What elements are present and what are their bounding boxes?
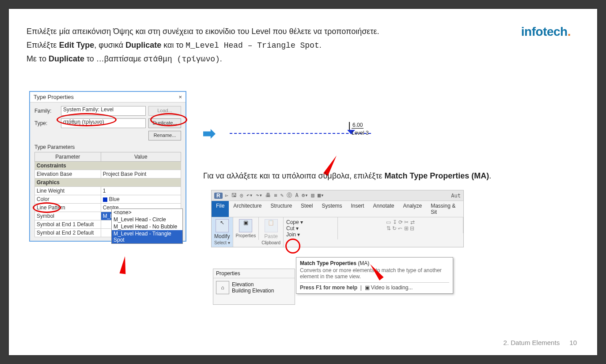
intro-l3: Με το Duplicate το …βαπτίσαμε στάθμη (τρ… [27, 52, 579, 66]
logo: infotech. [521, 25, 571, 39]
tab-massing[interactable]: Massing & Sit [426, 201, 463, 217]
type-selector[interactable]: Elevation Building Elevation [232, 281, 274, 294]
footer-page: 10 [569, 339, 577, 346]
paste-icon[interactable]: 📋 [265, 219, 278, 232]
panel-select: ↖ Modify Select ▾ [212, 217, 233, 247]
cursor-icon[interactable]: ↖ [216, 219, 229, 232]
caption-match-type: Για να αλλάξετε και τα υπόλοιπα σύμβολα,… [203, 171, 491, 181]
qat-right: Aut [451, 193, 461, 199]
modify-button[interactable]: Modify [214, 233, 230, 239]
quick-access-toolbar: R ▻ 🖫 ◎ ↶▾ ↷▾ 🖶 ≡ ✎ ⓪ A ⚙▾ ▤ ▦▾ Aut [212, 190, 463, 201]
cope-button[interactable]: Cope ▾ [286, 219, 335, 225]
panel-clipboard: 📋 Paste Clipboard [259, 217, 284, 247]
footer-section: 2. Datum Elements [504, 339, 560, 346]
group-graphics: Graphics [35, 178, 181, 187]
col-parameter: Parameter [35, 152, 101, 162]
slide-footer: 2. Datum Elements 10 [504, 339, 577, 346]
logo-dot: . [568, 25, 571, 38]
logo-brand: infotech [521, 25, 568, 38]
panel-geometry: Cope ▾ Cut ▾ Join ▾ [284, 217, 338, 239]
red-arrow-icon [120, 256, 128, 274]
load-button[interactable]: Load... [148, 106, 181, 116]
family-combo[interactable]: System Family: Level [61, 106, 146, 116]
type-combo[interactable]: στάθμη (τρίγωνο) [61, 118, 146, 128]
properties-title: Properties [213, 269, 295, 278]
revit-logo-icon: R [214, 193, 223, 199]
level-name: Level 3 [352, 130, 369, 136]
tab-file[interactable]: File [212, 201, 229, 217]
ribbon-panels: ↖ Modify Select ▾ ▣ Properties 📋 Paste C… [212, 217, 463, 247]
group-constraints: Constraints [35, 162, 181, 170]
slide: infotech. Επιλέξτε μία απεικόνιση Όψης κ… [9, 9, 597, 355]
rename-button[interactable]: Rename... [148, 131, 181, 140]
family-label: Family: [34, 108, 61, 114]
tab-structure[interactable]: Structure [266, 201, 296, 217]
tab-systems[interactable]: Systems [317, 201, 346, 217]
intro-l1: Επιλέξτε μία απεικόνιση Όψης και στη συν… [27, 25, 579, 38]
modify-tool-icons[interactable]: ▭ ↧ ⟳ ✂ ⇄⇅ ↻ ⤺ ⊞ ⊟ [341, 219, 460, 231]
cut-button[interactable]: Cut ▾ [286, 225, 335, 231]
duplicate-button[interactable]: Duplicate... [148, 118, 181, 128]
color-swatch-icon [103, 197, 107, 202]
dd-nobubble[interactable]: M_Level Head - No Bubble [112, 223, 182, 230]
dd-trianglespot[interactable]: M_Level Head - Triangle Spot [112, 230, 182, 243]
properties-icon[interactable]: ▣ [239, 219, 252, 232]
dd-circle[interactable]: M_Level Head - Circle [112, 216, 182, 223]
match-type-tooltip: Match Type Properties (MA) Converts one … [296, 257, 453, 294]
close-icon[interactable]: × [178, 94, 182, 100]
dialog-titlebar: Type Properties × [30, 92, 186, 102]
symbol-param: Symbol [35, 212, 101, 220]
revit-ribbon: R ▻ 🖫 ◎ ↶▾ ↷▾ 🖶 ≡ ✎ ⓪ A ⚙▾ ▤ ▦▾ Aut File… [211, 190, 464, 247]
video-icon: ▣ [365, 284, 370, 291]
level-sketch: 6.00 Level 3 [203, 122, 375, 162]
intro-text: Επιλέξτε μία απεικόνιση Όψης και στη συν… [27, 25, 579, 66]
tab-steel[interactable]: Steel [296, 201, 317, 217]
tab-insert[interactable]: Insert [346, 201, 368, 217]
type-label: Type: [34, 120, 61, 126]
tab-analyze[interactable]: Analyze [399, 201, 427, 217]
level-value: 6.00 [352, 122, 364, 129]
level-tick [349, 122, 350, 130]
symbol-dropdown[interactable]: <none> M_Level Head - Circle M_Level Hea… [111, 209, 183, 244]
blue-arrow-icon [203, 129, 216, 139]
join-button[interactable]: Join ▾ [286, 231, 335, 238]
elevation-type-icon[interactable]: ⌂ [216, 281, 229, 294]
tab-annotate[interactable]: Annotate [368, 201, 398, 217]
ribbon-tabs: File Architecture Structure Steel System… [212, 201, 463, 217]
panel-modify-tools: ▭ ↧ ⟳ ✂ ⇄⇅ ↻ ⤺ ⊞ ⊟ [338, 217, 463, 233]
qat-icons[interactable]: ▻ 🖫 ◎ ↶▾ ↷▾ 🖶 ≡ ✎ ⓪ A ⚙▾ ▤ ▦▾ [225, 192, 324, 199]
intro-l2: Επιλέξτε Edit Type, φυσικά Duplicate και… [27, 38, 579, 53]
dd-none[interactable]: <none> [112, 209, 182, 216]
dialog-title: Type Properties [34, 94, 74, 100]
col-value: Value [101, 152, 181, 162]
type-parameters-label: Type Parameters [34, 144, 181, 150]
panel-properties: ▣ Properties [233, 217, 259, 240]
properties-palette: Properties ⌂ Elevation Building Elevatio… [213, 269, 295, 305]
tab-architecture[interactable]: Architecture [229, 201, 266, 217]
